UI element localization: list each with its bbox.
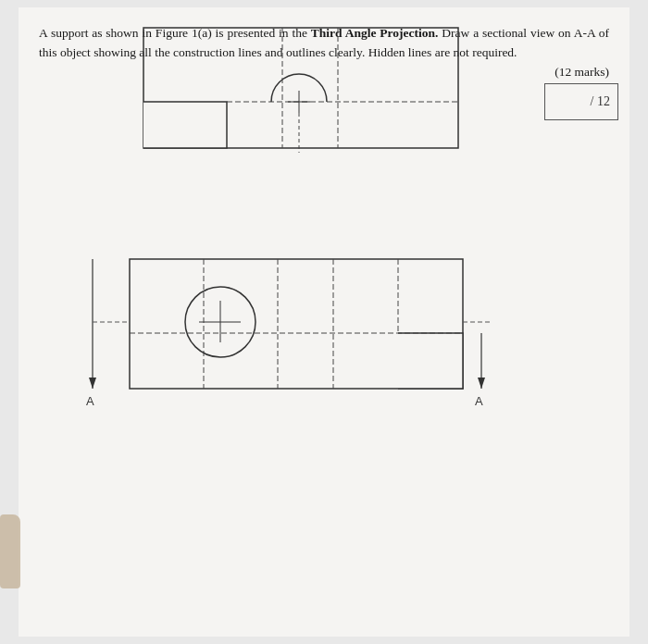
svg-text:A: A [86, 394, 94, 408]
svg-marker-22 [478, 378, 485, 389]
thumb [0, 514, 20, 588]
top-view-drawing [134, 19, 467, 217]
svg-rect-1 [143, 102, 227, 148]
front-view-drawing: A A [56, 250, 537, 439]
marks-box: / 12 [544, 83, 618, 120]
front-view-svg: A A [56, 250, 537, 435]
top-view-svg [134, 19, 467, 213]
marks-text: (12 marks) [555, 65, 609, 79]
marks-box-label: / 12 [591, 94, 610, 109]
svg-text:A: A [475, 394, 483, 408]
svg-rect-9 [398, 333, 463, 389]
svg-marker-19 [89, 378, 96, 389]
